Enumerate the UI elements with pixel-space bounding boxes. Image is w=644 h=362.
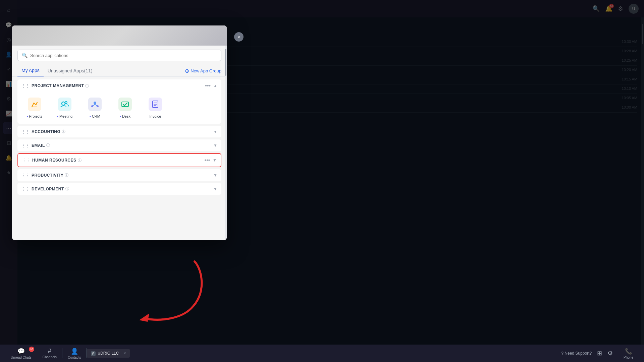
group-content: Projects Meeti [17,92,221,124]
taskbar-contacts[interactable]: 👤 Contacts [62,345,86,362]
new-app-group-button[interactable]: ⊕ New App Group [185,68,221,74]
tab-my-apps[interactable]: My Apps [17,65,44,76]
group-human-resources-header[interactable]: ⋮⋮ HUMAN RESOURCES ⓘ ••• ▼ [18,154,221,167]
app-modal: 🔍 My Apps Unassigned Apps(11) ⊕ New App … [12,25,227,240]
chevron-down-icon[interactable]: ▼ [213,158,217,163]
info-icon: ⓘ [65,173,68,178]
group-actions: ▼ [213,129,217,134]
drag-icon: ⋮⋮ [21,129,30,134]
taskbar: 💬 Unread Chats 40 # Channels 👤 Contacts … [0,345,644,362]
group-productivity: ⋮⋮ PRODUCTIVITY ⓘ ▼ [17,169,221,181]
chevron-down-icon[interactable]: ▼ [213,187,217,191]
group-development-header[interactable]: ⋮⋮ DEVELOPMENT ⓘ ▼ [17,183,221,195]
channel-close-icon[interactable]: × [123,351,126,356]
question-icon: ? [561,351,564,356]
app-meeting[interactable]: Meeting [53,96,76,118]
tab-unassigned-apps[interactable]: Unassigned Apps(11) [44,65,97,76]
group-actions: ▼ [213,143,217,148]
app-projects[interactable]: Projects [23,96,46,118]
group-project-management: ⋮⋮ PROJECT MANAGEMENT ⓘ ••• ▲ [17,79,221,124]
info-icon: ⓘ [62,129,65,134]
active-channel[interactable]: # #DRIG LLC × [87,349,130,357]
channels-icon: # [48,348,51,355]
apps-grid-icon[interactable]: ⊞ [597,350,602,357]
modal-close-button[interactable]: × [234,32,244,42]
app-label: Meeting [57,114,72,118]
app-label: Desk [120,114,130,118]
app-invoice[interactable]: Invoice [144,96,167,118]
svg-point-5 [94,102,96,104]
phone-icon: 📞 [625,348,632,355]
group-productivity-header[interactable]: ⋮⋮ PRODUCTIVITY ⓘ ▼ [17,169,221,181]
search-bar: 🔍 [17,50,221,61]
chevron-down-icon[interactable]: ▼ [213,129,217,134]
contacts-label: Contacts [68,356,81,359]
group-accounting-header[interactable]: ⋮⋮ ACCOUNTING ⓘ ▼ [17,126,221,137]
chevron-up-icon[interactable]: ▲ [213,83,217,88]
settings-icon[interactable]: ⚙ [607,350,613,357]
taskbar-channels[interactable]: # Channels [37,345,62,362]
app-icon [117,96,133,112]
drag-icon: ⋮⋮ [21,187,30,191]
app-icon [57,96,73,112]
group-development: ⋮⋮ DEVELOPMENT ⓘ ▼ [17,183,221,195]
group-project-management-header[interactable]: ⋮⋮ PROJECT MANAGEMENT ⓘ ••• ▲ [17,79,221,92]
plus-icon: ⊕ [185,68,189,74]
drag-icon: ⋮⋮ [21,173,30,178]
search-input[interactable] [30,53,217,58]
group-title: HUMAN RESOURCES [32,158,76,163]
svg-rect-10 [118,98,132,111]
app-label: CRM [90,114,100,118]
ellipsis-button[interactable]: ••• [204,157,210,163]
svg-text:#: # [92,352,94,356]
taskbar-unread-chats[interactable]: 💬 Unread Chats 40 [5,345,37,362]
apps-grid: Projects Meeti [17,92,221,124]
group-actions: ▼ [213,187,217,191]
info-icon: ⓘ [78,158,82,163]
unread-chats-label: Unread Chats [11,356,32,359]
group-accounting: ⋮⋮ ACCOUNTING ⓘ ▼ [17,126,221,137]
svg-rect-0 [28,98,41,111]
taskbar-right: ? Need Support? ⊞ ⚙ 📞 Phone [561,348,639,359]
unread-badge: 40 [29,347,34,352]
chevron-down-icon[interactable]: ▼ [213,143,217,148]
group-title: ACCOUNTING [32,129,60,134]
drag-icon: ⋮⋮ [21,143,30,148]
app-desk[interactable]: Desk [113,96,137,118]
group-email-header[interactable]: ⋮⋮ EMAIL ⓘ ▼ [17,139,221,151]
group-actions: ••• ▲ [205,83,217,89]
app-icon [26,96,43,112]
app-icon [87,96,103,112]
group-title: EMAIL [32,143,45,148]
group-actions: ••• ▼ [204,157,217,163]
group-email: ⋮⋮ EMAIL ⓘ ▼ [17,139,221,151]
group-title: PROJECT MANAGEMENT [32,83,84,88]
info-icon: ⓘ [65,186,69,191]
app-label: Invoice [150,114,161,118]
drag-icon: ⋮⋮ [22,158,30,163]
channel-hash: # [91,350,96,356]
modal-body: 🔍 My Apps Unassigned Apps(11) ⊕ New App … [12,46,227,240]
info-icon: ⓘ [46,143,50,148]
contacts-icon: 👤 [71,348,78,355]
ellipsis-button[interactable]: ••• [205,83,211,89]
tabs-row: My Apps Unassigned Apps(11) ⊕ New App Gr… [12,65,227,77]
app-crm[interactable]: CRM [83,96,107,118]
modal-scrollbar[interactable] [225,46,227,240]
group-title: DEVELOPMENT [32,187,64,191]
chat-icon: 💬 [17,348,25,355]
taskbar-phone[interactable]: 📞 Phone [618,348,639,359]
phone-label: Phone [624,356,633,359]
modal-scrollbar-thumb [225,49,226,76]
modal-header-bg [12,25,227,46]
info-icon: ⓘ [85,83,89,88]
app-icon [147,96,163,112]
channels-label: Channels [43,355,57,359]
group-actions: ▼ [213,173,217,178]
group-human-resources: ⋮⋮ HUMAN RESOURCES ⓘ ••• ▼ [17,153,221,167]
need-support-link[interactable]: ? Need Support? [561,351,592,356]
app-label: Projects [27,114,43,118]
search-icon: 🔍 [22,53,28,58]
group-title: PRODUCTIVITY [32,173,63,178]
chevron-down-icon[interactable]: ▼ [213,173,217,178]
